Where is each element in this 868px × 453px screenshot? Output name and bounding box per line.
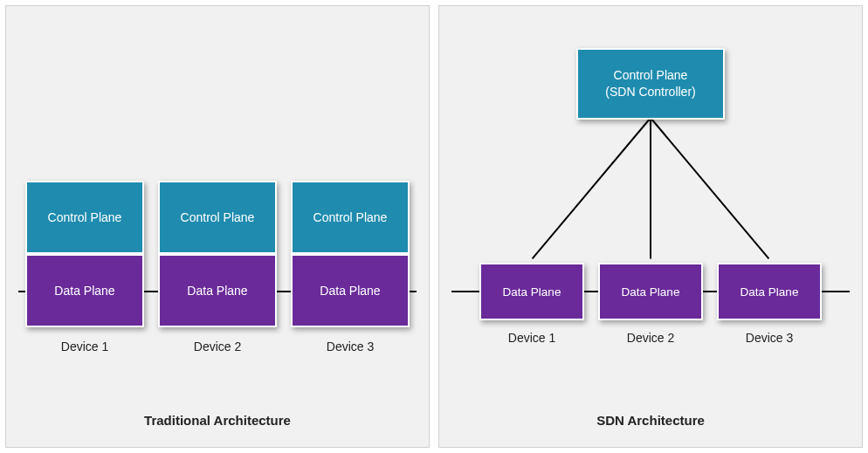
data-plane-box: Data Plane bbox=[158, 254, 277, 327]
data-plane-box: Data Plane bbox=[717, 263, 822, 320]
data-plane-box: Data Plane bbox=[598, 263, 703, 320]
traditional-title: Traditional Architecture bbox=[6, 397, 429, 447]
traditional-devices-row: Control Plane Data Plane Control Plane D… bbox=[6, 181, 429, 327]
traditional-device-1: Control Plane Data Plane bbox=[25, 181, 144, 327]
svg-line-2 bbox=[651, 118, 768, 258]
device-label: Device 2 bbox=[158, 340, 277, 353]
traditional-device-3: Control Plane Data Plane bbox=[291, 181, 410, 327]
sdn-title: SDN Architecture bbox=[439, 397, 862, 447]
svg-line-0 bbox=[533, 118, 651, 258]
sdn-controller-box: Control Plane (SDN Controller) bbox=[576, 48, 725, 120]
sdn-controller-line1: Control Plane bbox=[614, 67, 688, 84]
traditional-diagram: Control Plane Data Plane Control Plane D… bbox=[6, 6, 429, 397]
device-label: Device 1 bbox=[25, 340, 144, 353]
sdn-devices-row: Data Plane Data Plane Data Plane bbox=[439, 263, 862, 320]
traditional-device-labels: Device 1 Device 2 Device 3 bbox=[6, 340, 429, 353]
data-plane-box: Data Plane bbox=[25, 254, 144, 327]
data-plane-box: Data Plane bbox=[291, 254, 410, 327]
sdn-device-3: Data Plane bbox=[717, 263, 822, 320]
sdn-panel: Control Plane (SDN Controller) Data Plan… bbox=[438, 5, 863, 448]
control-plane-box: Control Plane bbox=[25, 181, 144, 254]
traditional-panel: Control Plane Data Plane Control Plane D… bbox=[5, 5, 430, 448]
data-plane-box: Data Plane bbox=[479, 263, 584, 320]
sdn-controller-line2: (SDN Controller) bbox=[605, 84, 695, 100]
sdn-diagram: Control Plane (SDN Controller) Data Plan… bbox=[439, 6, 862, 397]
sdn-device-1: Data Plane bbox=[479, 263, 584, 320]
control-plane-box: Control Plane bbox=[158, 181, 277, 254]
traditional-device-2: Control Plane Data Plane bbox=[158, 181, 277, 327]
control-plane-box: Control Plane bbox=[291, 181, 410, 254]
sdn-device-2: Data Plane bbox=[598, 263, 703, 320]
device-label: Device 3 bbox=[291, 340, 410, 353]
